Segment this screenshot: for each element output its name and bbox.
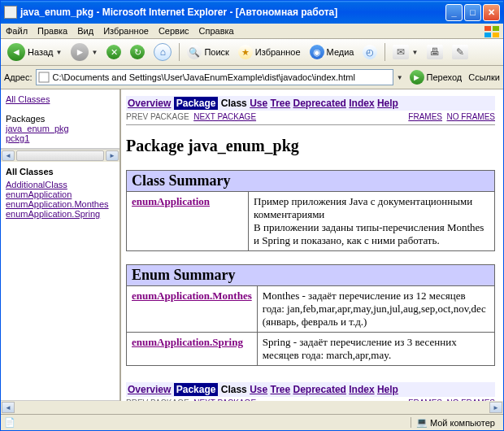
nav-use[interactable]: Use (250, 384, 267, 395)
nav-index[interactable]: Index (349, 384, 374, 395)
classes-frame: All Classes AdditionalClass enumApplicat… (1, 162, 119, 401)
nav-index[interactable]: Index (349, 98, 374, 109)
nav-class: Class (221, 384, 247, 395)
menu-tools[interactable]: Сервис (159, 26, 189, 36)
history-icon: ◴ (363, 45, 377, 59)
main-frame: Overview Package Class Use Tree Deprecat… (121, 89, 503, 401)
menu-favorites[interactable]: Избранное (103, 26, 149, 36)
nav-package-current: Package (174, 383, 219, 396)
mail-button[interactable]: ✉▼ (389, 43, 421, 61)
maximize-button[interactable]: □ (464, 4, 481, 21)
menu-edit[interactable]: Правка (37, 26, 67, 36)
back-icon: ◄ (7, 43, 25, 61)
all-classes-link[interactable]: All Classes (6, 94, 50, 104)
class-summary-table: Class Summary enumApplicationПример прил… (126, 170, 495, 251)
svg-rect-3 (493, 33, 499, 37)
horizontal-scrollbar[interactable]: ◄► (1, 401, 503, 414)
refresh-icon: ↻ (130, 45, 145, 59)
nav-class: Class (221, 98, 247, 109)
stop-icon: ✕ (106, 45, 121, 59)
class-link[interactable]: enumApplication.Spring (6, 209, 100, 219)
class-link[interactable]: AdditionalClass (6, 180, 67, 189)
enum-name-link[interactable]: enumApplication.Spring (132, 336, 243, 348)
close-button[interactable]: ✕ (483, 4, 500, 21)
packages-frame: All Classes Packages java_enum_pkg pckg1 (1, 89, 119, 149)
media-button[interactable]: ◉Медиа (306, 43, 358, 61)
nav-overview[interactable]: Overview (128, 384, 171, 395)
class-name-link[interactable]: enumApplication (132, 195, 210, 207)
menu-file[interactable]: Файл (6, 26, 28, 36)
page-icon (4, 6, 17, 19)
print-button[interactable]: 🖶 (424, 43, 446, 61)
enum-desc: Monthes - задаёт перечисление из 12 меся… (257, 286, 494, 333)
nav-prev: PREV PACKAGE (126, 112, 189, 121)
class-link[interactable]: enumApplication.Monthes (6, 199, 109, 209)
package-link[interactable]: java_enum_pkg (6, 124, 69, 133)
toolbar: ◄Назад▼ ►▼ ✕ ↻ ⌂ 🔍Поиск ★Избранное ◉Меди… (1, 39, 503, 66)
minimize-button[interactable]: _ (445, 4, 463, 21)
favorites-button[interactable]: ★Избранное (235, 43, 304, 61)
star-icon: ★ (238, 45, 253, 59)
nav-help[interactable]: Help (377, 98, 398, 109)
nav-noframes[interactable]: NO FRAMES (447, 112, 495, 121)
class-summary-heading: Class Summary (127, 171, 495, 192)
class-link[interactable]: enumApplication (6, 189, 72, 199)
address-input[interactable] (36, 69, 393, 85)
enum-summary-table: Enum Summary enumApplication.MonthesMont… (126, 264, 495, 366)
svg-rect-0 (484, 26, 491, 31)
table-row: enumApplication.SpringSpring - задаёт пе… (127, 333, 495, 366)
packages-heading: Packages (6, 114, 115, 124)
nav-frames[interactable]: FRAMES (408, 398, 442, 401)
package-heading: Package java_enum_pkg (126, 137, 495, 155)
class-desc: Пример приложения Java с документационны… (249, 192, 495, 251)
links-label[interactable]: Ссылки (468, 72, 500, 82)
address-dropdown[interactable]: ▼ (397, 74, 403, 81)
edit-button[interactable]: ✎ (449, 43, 471, 61)
nav-use[interactable]: Use (250, 98, 267, 109)
nav-deprecated[interactable]: Deprecated (293, 98, 346, 109)
forward-button[interactable]: ►▼ (67, 41, 101, 63)
status-zone: Мой компьютер (430, 418, 495, 428)
svg-rect-1 (493, 26, 499, 31)
nav-frames[interactable]: FRAMES (408, 112, 442, 121)
nav-tree[interactable]: Tree (271, 98, 291, 109)
stop-button[interactable]: ✕ (103, 43, 124, 61)
search-button[interactable]: 🔍Поиск (184, 43, 232, 61)
nav-help[interactable]: Help (377, 384, 398, 395)
enum-desc: Spring - задаёт перечисление из 3 весенн… (257, 333, 494, 366)
forward-icon: ► (71, 43, 89, 61)
print-icon: 🖶 (427, 45, 443, 59)
search-icon: 🔍 (187, 45, 202, 59)
table-row: enumApplicationПример приложения Java с … (127, 192, 495, 251)
mail-icon: ✉ (393, 45, 409, 59)
nav-noframes[interactable]: NO FRAMES (447, 398, 495, 401)
back-button[interactable]: ◄Назад▼ (4, 41, 65, 63)
frame-scrollbar[interactable]: ◄► (1, 149, 119, 162)
nav-next[interactable]: NEXT PACKAGE (193, 398, 256, 401)
svg-rect-2 (484, 33, 491, 37)
address-label: Адрес: (4, 72, 33, 82)
window-title: java_enum_pkg - Microsoft Internet Explo… (20, 7, 445, 18)
go-button[interactable]: ►Переход (406, 68, 466, 86)
nav-prev: PREV PACKAGE (126, 398, 189, 401)
nav-package-current: Package (174, 97, 219, 110)
nav-top: Overview Package Class Use Tree Deprecat… (126, 93, 495, 125)
refresh-button[interactable]: ↻ (127, 43, 148, 61)
nav-bottom: Overview Package Class Use Tree Deprecat… (126, 379, 495, 401)
windows-logo-icon (484, 25, 500, 38)
nav-overview[interactable]: Overview (128, 98, 171, 109)
menu-help[interactable]: Справка (199, 26, 234, 36)
status-bar: 📄 💻Мой компьютер (1, 414, 503, 430)
nav-deprecated[interactable]: Deprecated (293, 384, 346, 395)
package-link[interactable]: pckg1 (6, 133, 29, 143)
edit-icon: ✎ (452, 45, 468, 59)
table-row: enumApplication.MonthesMonthes - задаёт … (127, 286, 495, 333)
menu-view[interactable]: Вид (77, 26, 93, 36)
address-bar: Адрес: ▼ ►Переход Ссылки (1, 66, 503, 89)
enum-name-link[interactable]: enumApplication.Monthes (132, 290, 252, 302)
media-icon: ◉ (310, 45, 324, 59)
home-button[interactable]: ⌂ (150, 41, 175, 63)
history-button[interactable]: ◴ (359, 43, 380, 61)
nav-tree[interactable]: Tree (271, 384, 291, 395)
nav-next[interactable]: NEXT PACKAGE (193, 112, 256, 121)
